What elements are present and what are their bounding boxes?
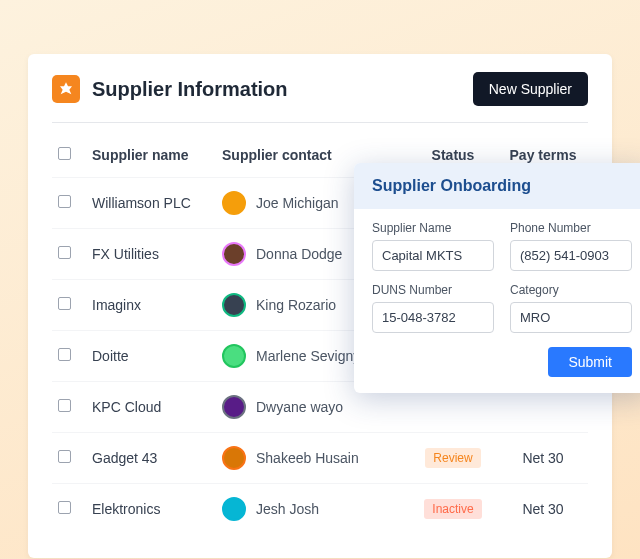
row-checkbox[interactable] — [58, 501, 71, 514]
supplier-name-cell: Elektronics — [86, 484, 216, 535]
supplier-name-label: Supplier Name — [372, 221, 494, 235]
supplier-name-input[interactable] — [372, 240, 494, 271]
onboarding-panel: Supplier Onboarding Supplier Name Phone … — [354, 163, 640, 393]
new-supplier-button[interactable]: New Supplier — [473, 72, 588, 106]
contact-name: Jesh Josh — [256, 501, 319, 517]
status-cell: Inactive — [408, 484, 498, 535]
phone-input[interactable] — [510, 240, 632, 271]
row-checkbox[interactable] — [58, 246, 71, 259]
supplier-name-cell: FX Utilities — [86, 229, 216, 280]
supplier-name-cell: Imaginx — [86, 280, 216, 331]
avatar — [222, 242, 246, 266]
status-cell: Review — [408, 433, 498, 484]
table-row: ElektronicsJesh JoshInactiveNet 30 — [52, 484, 588, 535]
pay-terms-cell: Net 30 — [498, 484, 588, 535]
status-badge: Review — [425, 448, 480, 468]
avatar — [222, 191, 246, 215]
contact-name: Dwyane wayo — [256, 399, 343, 415]
supplier-name-cell: Doitte — [86, 331, 216, 382]
contact-name: King Rozario — [256, 297, 336, 313]
phone-label: Phone Number — [510, 221, 632, 235]
contact-name: Joe Michigan — [256, 195, 339, 211]
contact-name: Shakeeb Husain — [256, 450, 359, 466]
avatar — [222, 293, 246, 317]
col-header-name: Supplier name — [86, 137, 216, 178]
select-all-checkbox[interactable] — [58, 147, 71, 160]
category-label: Category — [510, 283, 632, 297]
avatar — [222, 497, 246, 521]
row-checkbox[interactable] — [58, 348, 71, 361]
supplier-name-cell: Williamson PLC — [86, 178, 216, 229]
avatar — [222, 446, 246, 470]
supplier-name-cell: Gadget 43 — [86, 433, 216, 484]
row-checkbox[interactable] — [58, 195, 71, 208]
avatar — [222, 344, 246, 368]
supplier-name-cell: KPC Cloud — [86, 382, 216, 433]
row-checkbox[interactable] — [58, 297, 71, 310]
category-input[interactable] — [510, 302, 632, 333]
table-row: Gadget 43Shakeeb HusainReviewNet 30 — [52, 433, 588, 484]
avatar — [222, 395, 246, 419]
supplier-contact-cell: Shakeeb Husain — [216, 433, 408, 484]
contact-name: Marlene Sevigny — [256, 348, 360, 364]
status-badge: Inactive — [424, 499, 481, 519]
card-header: Supplier Information New Supplier — [52, 54, 588, 123]
app-icon — [52, 75, 80, 103]
row-checkbox[interactable] — [58, 450, 71, 463]
submit-button[interactable]: Submit — [548, 347, 632, 377]
page-title: Supplier Information — [92, 78, 473, 101]
contact-name: Donna Dodge — [256, 246, 342, 262]
pay-terms-cell: Net 30 — [498, 433, 588, 484]
duns-label: DUNS Number — [372, 283, 494, 297]
onboarding-title: Supplier Onboarding — [354, 163, 640, 209]
row-checkbox[interactable] — [58, 399, 71, 412]
supplier-contact-cell: Jesh Josh — [216, 484, 408, 535]
duns-input[interactable] — [372, 302, 494, 333]
